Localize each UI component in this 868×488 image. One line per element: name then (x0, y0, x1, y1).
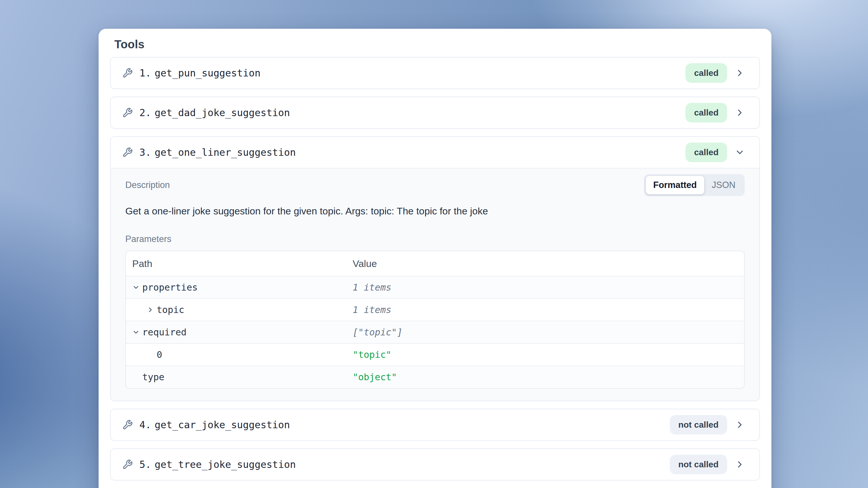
tools-panel: Tools 1.get_pun_suggestion called (99, 29, 771, 488)
status-badge: called (685, 103, 727, 122)
tool-item-4-header[interactable]: 4.get_car_joke_suggestion not called (111, 409, 760, 440)
table-row-topic: topic 1 items (126, 298, 744, 321)
wrench-icon (122, 108, 133, 118)
wrench-icon (122, 147, 133, 158)
path-key: required (142, 327, 187, 338)
parameters-table: Path Value properties (125, 251, 745, 389)
tool-list: 1.get_pun_suggestion called 2.get_dad_jo… (110, 57, 760, 481)
chevron-right-icon (735, 420, 745, 430)
formatted-toggle-button[interactable]: Formatted (646, 176, 705, 194)
status-badge: not called (670, 455, 727, 474)
tool-item-3-details: Description Formatted JSON Get a one-lin… (111, 168, 760, 401)
chevron-right-icon (735, 108, 745, 118)
table-row-properties: properties 1 items (126, 276, 744, 298)
path-key: topic (157, 304, 184, 315)
table-row-0: 0 "topic" (126, 343, 744, 366)
tool-name: 1.get_pun_suggestion (140, 67, 260, 79)
parameters-label: Parameters (125, 234, 745, 244)
path-key: 0 (157, 349, 162, 360)
tool-name: 2.get_dad_joke_suggestion (140, 107, 290, 118)
tool-description-text: Get a one-liner joke suggestion for the … (125, 205, 745, 217)
chevron-down-icon (735, 147, 745, 157)
desktop-background: Tools 1.get_pun_suggestion called (0, 0, 868, 488)
description-label: Description (125, 180, 170, 190)
tool-item-1-header[interactable]: 1.get_pun_suggestion called (111, 58, 760, 89)
table-row-type: type "object" (126, 366, 744, 388)
tool-item-2: 2.get_dad_joke_suggestion called (110, 97, 760, 129)
status-badge: called (685, 143, 727, 162)
path-column-header: Path (126, 258, 353, 269)
value-text: "topic" (353, 349, 392, 360)
tool-name: 4.get_car_joke_suggestion (140, 419, 290, 430)
wrench-icon (122, 420, 133, 430)
path-key: properties (142, 282, 198, 293)
tool-item-3-header[interactable]: 3.get_one_liner_suggestion called (111, 137, 760, 168)
tool-item-3: 3.get_one_liner_suggestion called Descri… (110, 136, 760, 401)
chevron-right-icon[interactable] (147, 306, 154, 313)
json-toggle-button[interactable]: JSON (704, 176, 743, 194)
value-text: 1 items (353, 304, 392, 315)
table-row-required: required ["topic"] (126, 321, 744, 343)
view-mode-toggle: Formatted JSON (644, 174, 745, 196)
description-header: Description Formatted JSON (125, 174, 745, 196)
parameters-table-header: Path Value (126, 251, 744, 276)
value-text: "object" (353, 372, 397, 383)
tool-item-5: 5.get_tree_joke_suggestion not called (110, 448, 760, 481)
value-text: ["topic"] (353, 327, 402, 338)
path-key: type (142, 372, 164, 383)
status-badge: called (685, 63, 727, 83)
chevron-down-icon[interactable] (132, 284, 140, 291)
tool-item-1: 1.get_pun_suggestion called (110, 57, 760, 89)
chevron-right-icon (735, 459, 745, 469)
chevron-right-icon (735, 68, 745, 78)
tool-item-5-header[interactable]: 5.get_tree_joke_suggestion not called (111, 449, 760, 480)
tool-item-4: 4.get_car_joke_suggestion not called (110, 409, 760, 441)
value-text: 1 items (353, 282, 392, 293)
wrench-icon (122, 459, 133, 470)
value-column-header: Value (353, 258, 744, 269)
tool-name: 5.get_tree_joke_suggestion (140, 459, 296, 470)
chevron-down-icon[interactable] (132, 329, 140, 336)
page-title: Tools (114, 37, 760, 51)
wrench-icon (122, 68, 133, 79)
tool-name: 3.get_one_liner_suggestion (140, 147, 296, 158)
parameters-table-body: properties 1 items (126, 276, 744, 388)
tool-item-2-header[interactable]: 2.get_dad_joke_suggestion called (111, 97, 760, 128)
status-badge: not called (670, 415, 727, 434)
